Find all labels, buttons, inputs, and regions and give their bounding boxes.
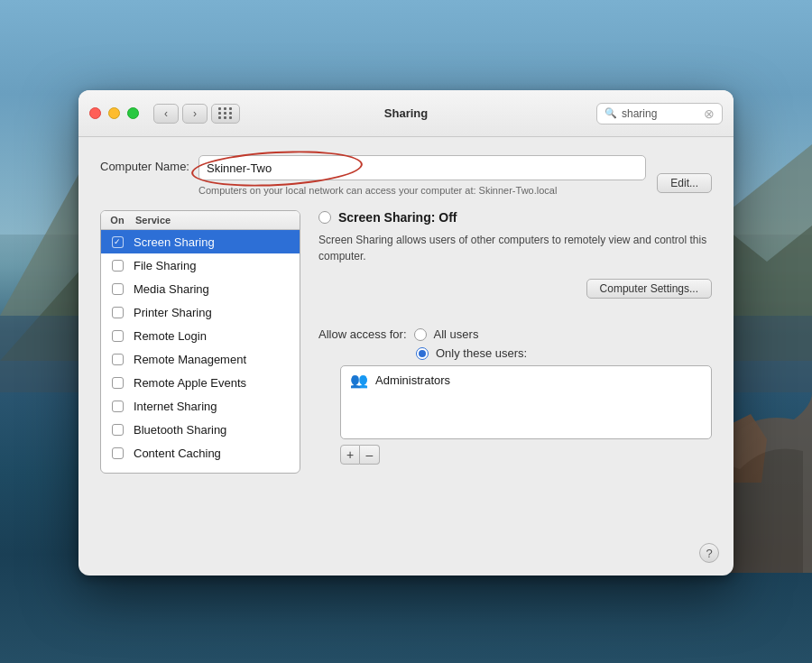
computer-name-label: Computer Name: xyxy=(100,160,189,173)
users-list-container: 👥 Administrators xyxy=(340,365,712,439)
only-these-users-row: Only these users: xyxy=(416,346,712,360)
allow-access-row: Allow access for: All users xyxy=(318,327,712,341)
user-name: Administrators xyxy=(375,373,450,387)
checkbox-media-sharing[interactable] xyxy=(112,283,124,295)
name-field-wrapper: Computers on your local network can acce… xyxy=(198,155,646,198)
computer-name-input[interactable] xyxy=(198,155,646,180)
users-list: 👥 Administrators xyxy=(341,366,711,438)
status-description: Screen Sharing allows users of other com… xyxy=(318,232,712,264)
checkbox-remote-apple-events[interactable] xyxy=(112,377,124,389)
service-checkbox-bluetooth-sharing[interactable] xyxy=(101,424,134,436)
service-name-content-caching: Content Caching xyxy=(134,447,300,460)
checkbox-internet-sharing[interactable] xyxy=(112,401,124,412)
add-user-button[interactable]: + xyxy=(340,445,360,465)
search-box[interactable]: 🔍 sharing ⊗ xyxy=(596,103,723,124)
service-name-file-sharing: File Sharing xyxy=(134,259,300,272)
edit-button[interactable]: Edit... xyxy=(657,173,712,193)
service-name-remote-login: Remote Login xyxy=(134,329,300,343)
search-clear-icon[interactable]: ⊗ xyxy=(704,106,715,121)
status-row: Screen Sharing: Off xyxy=(318,210,712,225)
forward-button[interactable]: › xyxy=(182,104,208,124)
minimize-button[interactable] xyxy=(108,107,120,119)
col-on-header: On xyxy=(101,215,134,226)
window-title: Sharing xyxy=(384,106,428,120)
check-icon: ✓ xyxy=(114,238,121,246)
service-checkbox-screen-sharing[interactable]: ✓ xyxy=(101,236,134,248)
service-checkbox-remote-apple-events[interactable] xyxy=(101,377,134,389)
service-item-remote-login[interactable]: Remote Login xyxy=(101,324,300,347)
nav-buttons: ‹ › xyxy=(153,104,208,124)
service-checkbox-remote-management[interactable] xyxy=(101,354,134,365)
remove-user-button[interactable]: – xyxy=(360,445,380,465)
users-group-icon: 👥 xyxy=(350,372,368,389)
service-list: ✓ Screen Sharing File Sharing xyxy=(101,230,300,465)
service-name-remote-management: Remote Management xyxy=(134,353,300,366)
service-item-remote-management[interactable]: Remote Management xyxy=(101,347,300,371)
service-item-media-sharing[interactable]: Media Sharing xyxy=(101,277,300,300)
computer-settings-button[interactable]: Computer Settings... xyxy=(586,279,712,299)
back-button[interactable]: ‹ xyxy=(153,104,179,124)
all-users-radio[interactable] xyxy=(414,328,427,341)
users-list-item[interactable]: 👥 Administrators xyxy=(341,366,711,394)
service-item-content-caching[interactable]: Content Caching xyxy=(101,441,300,465)
panel-area: On Service ✓ Screen Sharing xyxy=(100,210,712,474)
services-panel: On Service ✓ Screen Sharing xyxy=(100,210,300,474)
search-icon: 🔍 xyxy=(604,107,617,119)
checkbox-printer-sharing[interactable] xyxy=(112,307,124,318)
grid-button[interactable] xyxy=(211,104,240,124)
all-users-label: All users xyxy=(434,327,479,341)
close-button[interactable] xyxy=(89,107,101,119)
service-checkbox-remote-login[interactable] xyxy=(101,330,134,342)
checkbox-content-caching[interactable] xyxy=(112,447,124,459)
traffic-lights xyxy=(89,107,139,119)
allow-access-label: Allow access for: xyxy=(318,327,407,341)
services-header: On Service xyxy=(101,211,300,230)
main-window: ‹ › Sharing 🔍 sharing ⊗ Computer Name: xyxy=(78,90,734,576)
service-name-media-sharing: Media Sharing xyxy=(134,282,300,296)
service-item-screen-sharing[interactable]: ✓ Screen Sharing xyxy=(101,230,300,253)
checkbox-remote-management[interactable] xyxy=(112,354,124,365)
service-checkbox-printer-sharing[interactable] xyxy=(101,307,134,318)
checkbox-file-sharing[interactable] xyxy=(112,260,124,272)
service-checkbox-internet-sharing[interactable] xyxy=(101,401,134,412)
access-section: Allow access for: All users Only these u… xyxy=(318,327,712,465)
chevron-right-icon: › xyxy=(193,107,197,120)
search-value: sharing xyxy=(622,107,699,120)
status-radio[interactable] xyxy=(318,211,331,224)
service-item-internet-sharing[interactable]: Internet Sharing xyxy=(101,394,300,418)
checkbox-bluetooth-sharing[interactable] xyxy=(112,424,124,436)
service-name-bluetooth-sharing: Bluetooth Sharing xyxy=(134,423,300,437)
service-item-remote-apple-events[interactable]: Remote Apple Events xyxy=(101,371,300,394)
service-item-bluetooth-sharing[interactable]: Bluetooth Sharing xyxy=(101,418,300,441)
service-checkbox-media-sharing[interactable] xyxy=(101,283,134,295)
service-checkbox-file-sharing[interactable] xyxy=(101,260,134,272)
service-name-screen-sharing: Screen Sharing xyxy=(134,235,300,249)
right-panel: Screen Sharing: Off Screen Sharing allow… xyxy=(300,210,712,474)
checkbox-remote-login[interactable] xyxy=(112,330,124,342)
service-item-file-sharing[interactable]: File Sharing xyxy=(101,253,300,277)
service-checkbox-content-caching[interactable] xyxy=(101,447,134,459)
grid-icon xyxy=(218,107,233,119)
maximize-button[interactable] xyxy=(127,107,139,119)
col-service-header: Service xyxy=(134,215,300,226)
chevron-left-icon: ‹ xyxy=(164,107,168,120)
content-area: Computer Name: Computers on your local n… xyxy=(78,137,734,492)
computer-name-row: Computer Name: Computers on your local n… xyxy=(100,155,712,198)
computer-name-subtext: Computers on your local network can acce… xyxy=(198,184,646,198)
only-these-users-label: Only these users: xyxy=(436,346,527,360)
checkbox-screen-sharing[interactable]: ✓ xyxy=(112,236,124,248)
only-these-users-radio[interactable] xyxy=(416,347,429,360)
add-remove-row: + – xyxy=(340,445,712,465)
service-name-printer-sharing: Printer Sharing xyxy=(134,306,300,319)
help-button[interactable]: ? xyxy=(699,543,719,563)
service-item-printer-sharing[interactable]: Printer Sharing xyxy=(101,300,300,324)
status-title: Screen Sharing: Off xyxy=(338,210,457,225)
service-name-internet-sharing: Internet Sharing xyxy=(134,400,300,413)
titlebar: ‹ › Sharing 🔍 sharing ⊗ xyxy=(78,90,734,137)
service-name-remote-apple-events: Remote Apple Events xyxy=(134,376,300,390)
